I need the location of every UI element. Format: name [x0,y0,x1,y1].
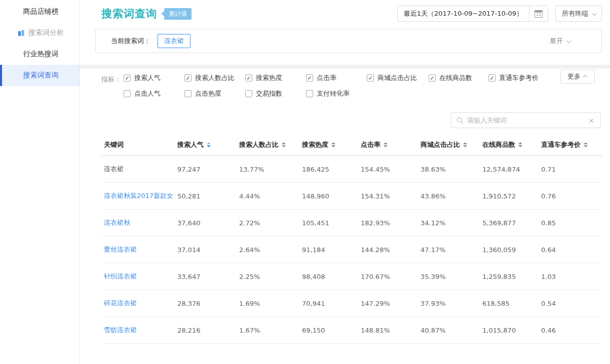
search-row: × [95,112,602,128]
keyword-link[interactable]: 连衣裙秋装2017新款女 [104,192,173,199]
expand-toggle[interactable]: 展开 [550,36,570,46]
metric-pay-conversion[interactable]: 支付转化率 [306,89,367,98]
col-header-label: 搜索热度 [302,140,328,149]
cell-mall-click-ratio: 35.39% [421,273,482,280]
cell-search-popularity: 37,014 [177,246,239,254]
metric-label: 支付转化率 [317,89,350,98]
sort-icon[interactable] [282,142,286,147]
table-row: 连衣裙秋37,6402.72%105,451182.93%34.12%5,369… [101,210,602,236]
metric-label: 直通车参考价 [499,73,539,83]
cell-ztc-ref-price: 0.54 [541,300,602,307]
cell-online-products: 618,585 [482,300,541,307]
cell-mall-click-ratio: 40.87% [421,327,482,334]
cell-mall-click-ratio: 34.12% [421,219,482,227]
col-header-label: 直通车参考价 [541,140,581,149]
sidebar-item-industry-hot-words[interactable]: 行业热搜词 [0,44,80,65]
checkbox-online-products[interactable]: ✓ [429,74,436,82]
sort-icon[interactable] [384,142,388,147]
current-word-tag[interactable]: 连衣裙 [158,34,190,48]
checkbox-click-rate[interactable]: ✓ [306,74,313,82]
col-header-keyword: 关键词 [101,140,177,149]
sort-down-icon [584,145,588,147]
cell-search-heat: 186,425 [302,166,361,173]
sidebar-item-search-word-query[interactable]: 搜索词查询 [0,65,80,86]
sort-icon[interactable] [331,142,335,147]
sort-icon[interactable] [463,142,467,147]
metric-trade-index[interactable]: 交易指数 [245,89,306,98]
sort-icon[interactable] [518,142,522,147]
table-row: 针织连衣裙33,6472.25%98,408170.67%35.39%1,259… [101,263,602,290]
sidebar-item-search-word-analysis[interactable]: 搜索词分析 [0,22,80,44]
search-input[interactable] [467,116,587,124]
keyword-cell: 雪纺连衣裙 [101,326,177,335]
keyword-link[interactable]: 碎花连衣裙 [104,299,137,307]
keyword-cell: 连衣裙秋 [101,218,177,227]
metric-mall-click-ratio[interactable]: ✓商城点击占比 [367,73,429,83]
metric-label: 点击人气 [134,89,161,98]
page-title: 搜索词查询 [101,7,157,21]
metric-click-popularity[interactable]: 点击人气 [124,89,184,98]
date-range-text[interactable]: 最近1天（2017-10-09~2017-10-09） [398,6,529,21]
table-row: 雪纺连衣裙28,2161.67%69,150148.81%40.87%1,015… [101,317,602,344]
metric-online-products[interactable]: ✓在线商品数 [429,73,488,83]
terminal-select[interactable]: 所有终端 [555,6,602,22]
cell-online-products: 1,259,835 [482,273,541,280]
cell-mall-click-ratio: 38.63% [421,166,482,173]
col-header-label: 在线商品数 [482,140,515,149]
keyword-cell: 蕾丝连衣裙 [101,245,177,254]
sort-down-icon [331,145,335,147]
col-header-mall-click-ratio[interactable]: 商城点击占比 [421,140,482,149]
keyword-link[interactable]: 雪纺连衣裙 [104,326,137,334]
cell-search-heat: 70,941 [302,300,361,307]
metric-click-rate[interactable]: ✓点击率 [306,73,367,83]
checkbox-trade-index[interactable] [245,90,252,97]
keyword-link[interactable]: 针织连衣裙 [104,272,137,280]
date-range-picker[interactable]: 最近1天（2017-10-09~2017-10-09） 15 [397,6,548,22]
cell-search-user-ratio: 1.69% [239,300,302,307]
sort-icon[interactable] [207,142,211,147]
col-header-label: 搜索人气 [177,140,204,149]
cell-mall-click-ratio: 43.86% [421,192,482,200]
cell-click-rate: 182.93% [361,219,421,227]
sidebar-item-goods-shop-rank[interactable]: 商品店铺榜 [0,1,80,22]
checkbox-pay-conversion[interactable] [306,90,313,97]
cell-search-popularity: 28,376 [177,300,239,307]
checkbox-ztc-ref-price[interactable]: ✓ [488,74,495,82]
keyword-cell: 碎花连衣裙 [101,299,177,308]
title-wrap: 搜索词查询 累计值 [101,7,192,21]
calendar-button[interactable]: 15 [529,6,548,21]
more-button[interactable]: 更多 [560,69,595,84]
metric-search-user-ratio[interactable]: ✓搜索人数占比 [184,73,245,83]
clear-icon[interactable]: × [587,116,595,125]
col-header-search-popularity[interactable]: 搜索人气 [177,140,239,149]
col-header-online-products[interactable]: 在线商品数 [482,140,541,149]
sort-down-icon [282,145,286,147]
col-header-ztc-ref-price[interactable]: 直通车参考价 [541,140,602,149]
analysis-icon [18,29,25,36]
metric-click-heat[interactable]: 点击热度 [184,89,245,98]
checkbox-search-popularity[interactable]: ✓ [124,74,131,82]
col-header-search-heat[interactable]: 搜索热度 [302,140,361,149]
table-header-row: 关键词搜索人气搜索人数占比搜索热度点击率商城点击占比在线商品数直通车参考价 [101,140,602,156]
metric-label: 搜索人数占比 [195,73,235,83]
checkbox-click-popularity[interactable] [124,90,131,97]
metric-search-popularity[interactable]: ✓搜索人气 [124,73,184,83]
keyword-link[interactable]: 连衣裙秋 [104,219,130,226]
col-header-click-rate[interactable]: 点击率 [361,140,421,149]
sidebar-item-label: 搜索词分析 [28,28,64,37]
col-header-search-user-ratio[interactable]: 搜索人数占比 [239,140,302,149]
keyword-cell: 针织连衣裙 [101,272,177,281]
sort-icon[interactable] [584,142,588,147]
checkbox-mall-click-ratio[interactable]: ✓ [367,74,374,82]
metric-search-heat[interactable]: ✓搜索热度 [245,73,306,83]
cell-search-user-ratio: 4.44% [239,192,302,200]
checkbox-search-heat[interactable]: ✓ [245,74,252,82]
metrics-section: 指标： ✓搜索人气✓搜索人数占比✓搜索热度✓点击率✓商城点击占比✓在线商品数✓直… [101,68,602,98]
sort-up-icon [282,142,286,144]
sort-down-icon [207,145,211,147]
col-header-label: 点击率 [361,140,380,149]
app-root: 商品店铺榜搜索词分析行业热搜词搜索词查询 搜索词查询 累计值 最近1天（2017… [0,0,610,364]
checkbox-search-user-ratio[interactable]: ✓ [184,74,192,82]
keyword-link[interactable]: 蕾丝连衣裙 [104,246,137,253]
checkbox-click-heat[interactable] [184,90,192,97]
